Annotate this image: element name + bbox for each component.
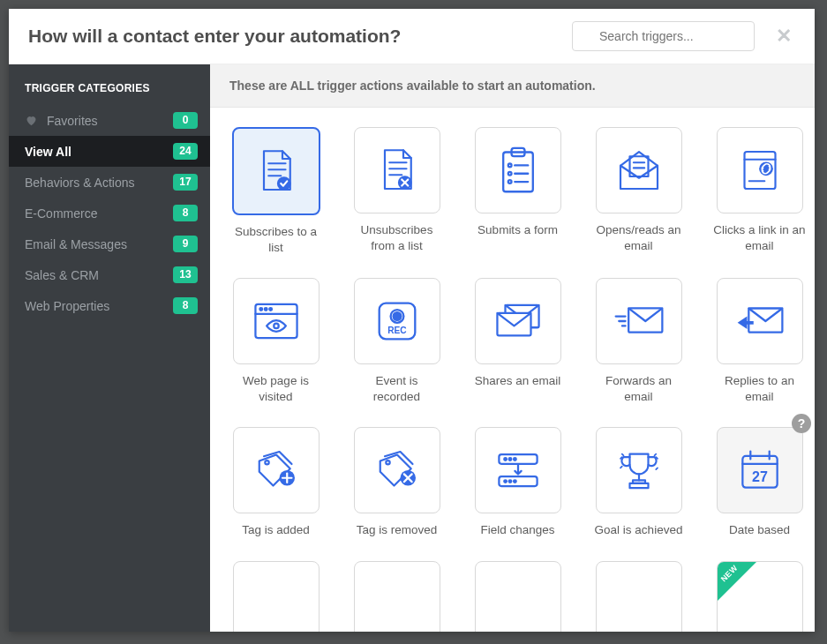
svg-point-32	[274, 324, 278, 328]
trigger-card	[717, 127, 803, 213]
trigger-label: Tag is added	[242, 522, 310, 538]
sidebar-item-web[interactable]: Web Properties 8	[9, 290, 210, 321]
trigger-extra-3[interactable]	[471, 561, 564, 632]
heart-icon	[25, 114, 38, 127]
svg-text:27: 27	[752, 468, 768, 484]
svg-point-53	[504, 458, 507, 461]
svg-point-48	[386, 461, 389, 464]
trigger-card: 27	[717, 427, 803, 513]
trigger-card: NEW	[717, 561, 803, 632]
dialog-title: How will a contact enter your automation…	[28, 26, 572, 47]
trigger-label: Field changes	[480, 522, 554, 538]
trigger-field-changes[interactable]: Field changes	[471, 427, 564, 538]
document-check-icon	[252, 146, 301, 196]
dialog-body: TRIGGER CATEGORIES Favorites 0 View All …	[9, 64, 815, 632]
trigger-web-visited[interactable]: Web page is visited	[229, 278, 322, 404]
automation-entry-dialog: How will a contact enter your automation…	[9, 9, 815, 632]
envelope-open-icon	[614, 146, 664, 195]
fields-icon	[494, 451, 542, 490]
trigger-forwards-email[interactable]: Forwards an email	[592, 278, 685, 404]
trigger-card	[596, 127, 682, 213]
dialog-header: How will a contact enter your automation…	[9, 9, 815, 64]
triggers-grid: Subscribes to a list	[229, 127, 806, 632]
sidebar-item-label: Email & Messages	[25, 237, 173, 251]
main-panel: These are ALL trigger actions available …	[210, 64, 815, 632]
trigger-label: Web page is visited	[229, 373, 322, 404]
close-button[interactable]: ✕	[772, 23, 795, 49]
trigger-shares-email[interactable]: Shares an email	[471, 278, 564, 404]
trigger-label: Opens/reads an email	[592, 222, 685, 253]
svg-point-59	[514, 480, 516, 483]
svg-point-58	[508, 480, 511, 483]
sidebar-item-sales[interactable]: Sales & CRM 13	[9, 259, 210, 290]
trophy-icon	[614, 447, 664, 493]
sidebar-item-label: Web Properties	[25, 299, 173, 313]
trigger-label: Subscribes to a list	[229, 224, 322, 255]
svg-point-30	[264, 308, 267, 311]
sidebar-item-favorites[interactable]: Favorites 0	[9, 105, 210, 136]
trigger-card	[596, 278, 682, 364]
trigger-card	[717, 278, 803, 364]
svg-rect-63	[629, 483, 648, 488]
svg-point-54	[508, 458, 511, 461]
trigger-label: Submits a form	[477, 222, 558, 238]
trigger-clicks-link[interactable]: Clicks a link in an email	[713, 127, 806, 255]
trigger-tag-added[interactable]: Tag is added	[229, 427, 322, 538]
new-ribbon-icon: NEW	[718, 562, 756, 601]
calendar-icon: 27	[738, 448, 782, 492]
trigger-extra-4[interactable]	[592, 561, 685, 632]
help-button[interactable]: ?	[792, 414, 811, 433]
svg-point-18	[507, 180, 511, 183]
sidebar-item-view-all[interactable]: View All 24	[9, 136, 210, 167]
svg-point-44	[265, 461, 268, 464]
trigger-label: Tag is removed	[357, 522, 438, 538]
page-link-icon	[735, 146, 785, 195]
trigger-opens-email[interactable]: Opens/reads an email	[592, 127, 685, 255]
svg-point-34	[392, 311, 402, 321]
trigger-label: Event is recorded	[350, 373, 443, 404]
trigger-tag-removed[interactable]: Tag is removed	[350, 427, 443, 538]
sidebar-title: TRIGGER CATEGORIES	[9, 82, 210, 105]
trigger-unsubscribes[interactable]: Unsubscribes from a list	[350, 127, 443, 255]
sidebar-item-email[interactable]: Email & Messages 9	[9, 228, 210, 259]
tag-x-icon	[372, 449, 422, 491]
envelope-forward-icon	[613, 302, 665, 341]
trigger-card: REC	[354, 278, 440, 364]
count-badge: 9	[173, 236, 198, 252]
sidebar-item-label: View All	[25, 145, 173, 159]
trigger-event-recorded[interactable]: REC Event is recorded	[350, 278, 443, 404]
trigger-label: Date based	[729, 522, 790, 538]
trigger-goal-achieved[interactable]: Goal is achieved	[592, 427, 685, 538]
sidebar-item-label: Sales & CRM	[25, 268, 173, 282]
trigger-card	[354, 427, 440, 513]
trigger-card	[475, 127, 561, 213]
count-badge: 13	[173, 266, 198, 283]
svg-point-29	[259, 308, 262, 311]
sidebar-item-label: Behaviors & Actions	[25, 176, 173, 190]
trigger-card	[233, 561, 320, 632]
ribbon-text: NEW	[718, 563, 739, 583]
trigger-extra-2[interactable]	[350, 561, 443, 632]
triggers-subheader: These are ALL trigger actions available …	[210, 64, 815, 108]
trigger-date-based[interactable]: 27 Date based	[713, 427, 806, 538]
trigger-subscribes[interactable]: Subscribes to a list	[229, 127, 322, 255]
trigger-replies-email[interactable]: Replies to an email	[713, 278, 806, 404]
search-box	[572, 21, 755, 51]
trigger-card	[233, 278, 320, 364]
trigger-extra-1[interactable]	[229, 561, 322, 632]
sidebar-item-behaviors[interactable]: Behaviors & Actions 17	[9, 167, 210, 198]
trigger-extra-5[interactable]: NEW	[713, 561, 806, 632]
search-input[interactable]	[572, 21, 755, 51]
svg-point-14	[507, 164, 511, 168]
sidebar-item-ecommerce[interactable]: E-Commerce 8	[9, 198, 210, 228]
count-badge: 0	[173, 112, 198, 129]
trigger-submits-form[interactable]: Submits a form	[471, 127, 564, 255]
trigger-label: Forwards an email	[592, 373, 685, 404]
trigger-card	[354, 127, 440, 213]
triggers-scroll[interactable]: Subscribes to a list	[210, 108, 815, 632]
trigger-card	[475, 561, 561, 632]
record-icon: REC	[376, 300, 418, 342]
count-badge: 24	[173, 143, 198, 160]
svg-point-57	[504, 480, 507, 483]
clipboard-icon	[497, 146, 539, 195]
